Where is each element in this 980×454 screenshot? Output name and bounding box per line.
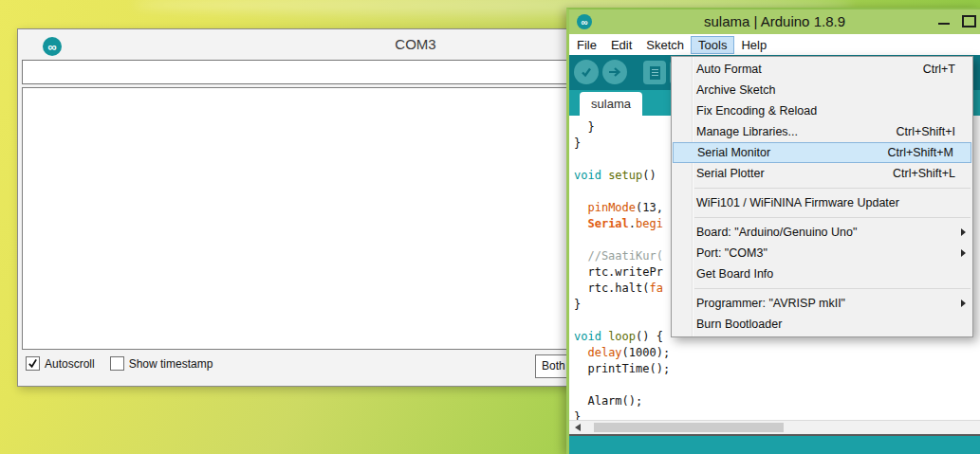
show-timestamp-checkbox[interactable]: [110, 356, 124, 371]
submenu-arrow-icon: [961, 249, 966, 257]
desktop-wallpaper: ∞ COM3 Autoscroll Show timestamp Both ∞ …: [0, 0, 980, 454]
menu-item-serial-monitor[interactable]: Serial MonitorCtrl+Shift+M: [673, 142, 971, 163]
menu-item-label: Serial Plotter: [696, 167, 765, 180]
menu-item-fix-encoding-reload[interactable]: Fix Encoding & Reload: [672, 100, 972, 121]
new-sketch-button[interactable]: [643, 61, 666, 84]
submenu-arrow-icon: [961, 228, 966, 236]
ide-title: sulama | Arduino 1.8.9: [569, 13, 980, 29]
menu-item-programmer-avrisp-mkii[interactable]: Programmer: "AVRISP mkII": [672, 293, 972, 314]
upload-button[interactable]: [602, 60, 627, 84]
autoscroll-checkbox[interactable]: [26, 356, 40, 371]
code-line: Alarm();: [574, 393, 980, 409]
menu-item-wifi101-wifinina-firmware-updater[interactable]: WiFi101 / WiFiNINA Firmware Updater: [672, 192, 972, 213]
menu-item-label: WiFi101 / WiFiNINA Firmware Updater: [696, 196, 899, 209]
menu-item-label: Port: "COM3": [696, 246, 767, 260]
menu-help[interactable]: Help: [734, 37, 773, 53]
menu-item-label: Programmer: "AVRISP mkII": [696, 297, 845, 310]
menu-item-serial-plotter[interactable]: Serial PlotterCtrl+Shift+L: [672, 163, 972, 184]
maximize-button[interactable]: [962, 15, 976, 27]
code-line: [574, 377, 980, 393]
menu-item-manage-libraries[interactable]: Manage Libraries...Ctrl+Shift+I: [672, 121, 972, 142]
autoscroll-label: Autoscroll: [45, 357, 95, 371]
menu-item-auto-format[interactable]: Auto FormatCtrl+T: [672, 59, 972, 80]
serial-monitor-controls: Autoscroll Show timestamp: [26, 356, 228, 371]
minimize-button[interactable]: [938, 23, 950, 25]
menu-separator: [694, 288, 971, 289]
check-icon: [579, 64, 594, 80]
verify-button[interactable]: [574, 60, 599, 84]
menu-item-archive-sketch[interactable]: Archive Sketch: [672, 80, 972, 100]
menu-edit[interactable]: Edit: [604, 37, 638, 53]
menu-item-shortcut: Ctrl+T: [923, 63, 963, 76]
ide-statusbar: [569, 434, 980, 454]
menu-item-board-arduino-genuino-uno[interactable]: Board: "Arduino/Genuino Uno": [672, 222, 972, 243]
menu-item-port-com3[interactable]: Port: "COM3": [672, 243, 972, 263]
submenu-arrow-icon: [961, 300, 966, 307]
menu-item-shortcut: Ctrl+Shift+I: [896, 125, 963, 138]
ide-titlebar[interactable]: ∞ sulama | Arduino 1.8.9: [569, 9, 980, 34]
menu-sketch[interactable]: Sketch: [639, 37, 691, 53]
menu-tools[interactable]: Tools: [692, 37, 733, 53]
menu-item-burn-bootloader[interactable]: Burn Bootloader: [672, 314, 972, 335]
ide-menubar: FileEditSketchToolsHelp: [569, 34, 980, 55]
menu-item-label: Archive Sketch: [696, 83, 775, 97]
menu-item-label: Fix Encoding & Reload: [696, 104, 817, 118]
scrollbar-thumb[interactable]: [594, 423, 784, 432]
menu-item-shortcut: Ctrl+Shift+M: [888, 146, 961, 159]
horizontal-scrollbar[interactable]: [569, 420, 980, 434]
code-line: delay(1000);: [574, 345, 980, 361]
menu-item-label: Burn Bootloader: [696, 318, 782, 331]
checkmark-icon: [28, 358, 38, 369]
menu-separator: [694, 188, 971, 189]
menu-item-label: Board: "Arduino/Genuino Uno": [696, 226, 857, 239]
menu-item-label: Manage Libraries...: [696, 125, 798, 138]
menu-item-label: Get Board Info: [696, 267, 773, 281]
right-arrow-icon: [607, 64, 622, 80]
menu-file[interactable]: File: [570, 37, 603, 53]
scroll-left-arrow-icon[interactable]: [575, 424, 581, 431]
document-icon: [650, 66, 660, 80]
menu-item-get-board-info[interactable]: Get Board Info: [672, 263, 972, 284]
menu-item-label: Serial Monitor: [697, 146, 770, 159]
tab-sulama[interactable]: sulama: [580, 92, 642, 116]
code-line: printTime();: [574, 361, 980, 377]
show-timestamp-label: Show timestamp: [129, 357, 213, 371]
menu-separator: [694, 217, 971, 218]
code-line: }: [574, 409, 980, 420]
menu-item-shortcut: Ctrl+Shift+L: [893, 167, 963, 180]
tools-dropdown-menu: Auto FormatCtrl+TArchive SketchFix Encod…: [671, 56, 973, 337]
menu-item-label: Auto Format: [696, 63, 762, 76]
